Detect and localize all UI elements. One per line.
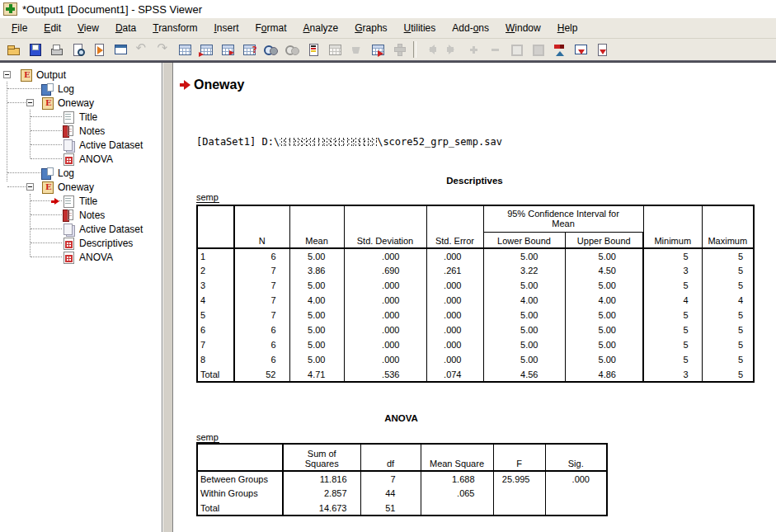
tree-item-label: ANOVA <box>79 153 113 165</box>
open-file-button[interactable] <box>2 40 24 60</box>
menu-add-ons[interactable]: Add-ons <box>444 20 497 36</box>
table-cell: .690 <box>344 263 426 278</box>
menu-insert[interactable]: Insert <box>205 20 247 36</box>
tree-item-label: Log <box>58 83 74 95</box>
table-cell: .000 <box>426 308 483 322</box>
menu-window[interactable]: Window <box>497 20 549 36</box>
menu-data[interactable]: Data <box>107 20 144 36</box>
table-cell: 4.71 <box>289 367 344 382</box>
table-cell: 6 <box>234 248 289 263</box>
tree-expander[interactable] <box>3 71 11 78</box>
use-variable-sets-icon <box>264 43 278 56</box>
dialog-recall-list-icon <box>307 43 321 56</box>
menu-view[interactable]: View <box>69 20 107 36</box>
tree-item-oneway[interactable]: Oneway <box>0 180 162 194</box>
insert-heading-button[interactable] <box>570 40 591 60</box>
tree-item-label: Title <box>79 111 97 123</box>
undo-button <box>131 40 153 60</box>
insert-new-title-button[interactable] <box>591 40 613 60</box>
tree-item-label: Active Dataset <box>79 139 143 151</box>
menu-analyze[interactable]: Analyze <box>295 20 347 36</box>
descriptives-table-caption: semp <box>196 192 219 203</box>
toolbar-group-separator <box>413 41 416 58</box>
title-bar: *Output1 [Document1] - SPSS Viewer <box>0 0 776 18</box>
undo-icon <box>135 43 149 56</box>
table-cell: .000 <box>344 337 426 352</box>
tree-item-descriptives[interactable]: Descriptives <box>0 236 162 250</box>
procedure-heading: Oneway <box>194 78 244 92</box>
menu-edit[interactable]: Edit <box>35 20 69 36</box>
tree-item-anova[interactable]: ANOVA <box>0 250 162 264</box>
book-icon <box>41 181 54 193</box>
menu-file[interactable]: File <box>3 20 35 36</box>
use-variable-sets-button[interactable] <box>260 40 281 60</box>
select-last-output-button <box>324 40 346 60</box>
menu-help[interactable]: Help <box>549 20 586 36</box>
main-area: OutputLogOnewayTitleNotesActive DatasetA… <box>0 63 776 532</box>
print-button[interactable] <box>45 40 67 60</box>
tree-item-log[interactable]: Log <box>0 82 162 96</box>
variables-button[interactable] <box>217 40 238 60</box>
goto-case-button[interactable] <box>195 40 217 60</box>
tree-item-anova[interactable]: ANOVA <box>0 152 162 166</box>
tree-item-notes[interactable]: Notes <box>0 208 162 222</box>
menu-format[interactable]: Format <box>247 20 295 36</box>
designate-window-icon <box>350 43 364 56</box>
tree-expander[interactable] <box>26 99 34 106</box>
menu-utilities[interactable]: Utilities <box>396 20 444 36</box>
table-cell: .065 <box>421 486 493 501</box>
tree-item-label: Log <box>58 167 74 179</box>
log-icon <box>41 167 54 179</box>
show-hide-output-button[interactable] <box>548 40 570 60</box>
insert-new-title-icon <box>595 43 609 56</box>
table-cell: .536 <box>344 367 426 382</box>
print-preview-button[interactable] <box>67 40 88 60</box>
tree-item-oneway[interactable]: Oneway <box>0 96 162 110</box>
tree-item-active-dataset[interactable]: Active Dataset <box>0 222 162 236</box>
tree-item-active-dataset[interactable]: Active Dataset <box>0 138 162 152</box>
table-cell: 5 <box>702 308 754 322</box>
row-label: 4 <box>197 293 234 308</box>
table-icon <box>63 238 75 249</box>
tree-item-title[interactable]: Title <box>0 110 162 124</box>
dataset-path-prefix: [DataSet1] D:\ <box>196 136 280 148</box>
anova-pivot-table[interactable]: Sum of SquaresdfMean SquareFSig.Between … <box>196 443 608 516</box>
column-header: Mean <box>289 205 344 248</box>
panel-splitter[interactable] <box>162 63 173 532</box>
table-row: Total14.67351 <box>197 501 607 516</box>
export-output-button[interactable] <box>88 40 110 60</box>
goto-data-button[interactable] <box>174 40 195 60</box>
tree-item-label: Oneway <box>58 181 94 193</box>
table-cell: 4.00 <box>289 293 344 308</box>
menu-transform[interactable]: Transform <box>144 20 205 36</box>
tree-item-notes[interactable]: Notes <box>0 124 162 138</box>
column-header: Upper Bound <box>565 232 643 248</box>
table-row: 474.00.000.0004.004.0044 <box>197 293 754 308</box>
tree-item-label: ANOVA <box>79 252 113 263</box>
table-cell: 14.673 <box>283 501 360 516</box>
tree-item-title[interactable]: Title <box>0 194 162 208</box>
demote-item-button <box>484 40 506 60</box>
table-cell: 5 <box>643 308 702 322</box>
title-icon <box>63 195 75 207</box>
app-icon <box>3 2 17 16</box>
previous-output-button <box>420 40 441 60</box>
table-cell: 5 <box>702 337 754 352</box>
table-cell: 5.00 <box>483 248 565 263</box>
dialog-recall-list-button[interactable] <box>303 40 324 60</box>
table-cell: 5 <box>702 248 754 263</box>
menu-graphs[interactable]: Graphs <box>346 20 395 36</box>
recall-dialog-button[interactable] <box>110 40 131 60</box>
save-file-button[interactable] <box>24 40 45 60</box>
descriptives-pivot-table[interactable]: NMeanStd. DeviationStd. Error95% Confide… <box>196 205 755 383</box>
tree-expander[interactable] <box>26 183 34 191</box>
tree-item-label: Title <box>79 195 97 207</box>
tree-item-log[interactable]: Log <box>0 166 162 180</box>
goto-output-item-button[interactable] <box>367 40 388 60</box>
variable-info-button[interactable] <box>238 40 260 60</box>
promote-item-icon <box>467 43 481 56</box>
column-header: N <box>234 205 289 248</box>
tree-item-output[interactable]: Output <box>0 68 162 82</box>
table-row: 273.86.690.2613.224.5035 <box>197 263 754 278</box>
tree-item-label: Descriptives <box>79 238 133 249</box>
